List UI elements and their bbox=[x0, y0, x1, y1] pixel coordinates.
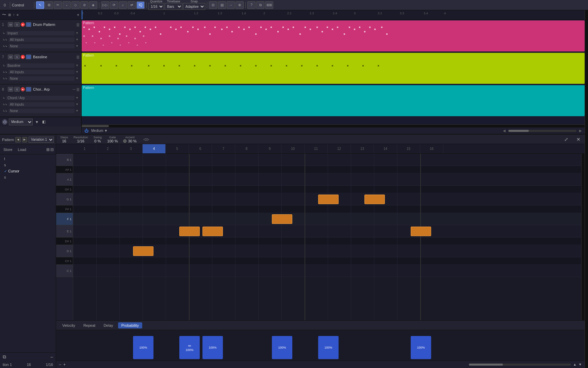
accent-arrow-2[interactable]: ▷ bbox=[147, 137, 149, 141]
accent-arrow-1[interactable]: ◁ bbox=[143, 137, 146, 141]
note-fs1-step11[interactable] bbox=[318, 195, 339, 204]
track-3-rec-btn[interactable]: ● bbox=[21, 87, 25, 91]
piano-h-scrollbar-track[interactable] bbox=[469, 364, 571, 366]
zoom-btn[interactable]: ⌕ bbox=[119, 1, 127, 9]
track-1-input-dd[interactable]: ▼ bbox=[76, 38, 79, 41]
window-btn[interactable]: ⧉ bbox=[256, 1, 264, 9]
prob-block-step9[interactable]: 100% bbox=[272, 336, 292, 359]
option-t[interactable]: t bbox=[0, 156, 56, 162]
key-Ds1[interactable]: D# 1 bbox=[56, 237, 73, 245]
option-s[interactable]: s bbox=[0, 162, 56, 168]
step-grid[interactable] bbox=[73, 154, 585, 320]
track-1-midi-btn[interactable]: □ bbox=[26, 22, 31, 27]
delay-tab[interactable]: Delay bbox=[100, 322, 116, 328]
arrangement-h-scroll-thumb[interactable] bbox=[82, 125, 109, 127]
prob-block-step15[interactable]: 100% bbox=[411, 336, 431, 359]
compact-btn[interactable]: ◧ bbox=[41, 120, 47, 124]
pencil-tool-btn[interactable]: ✏ bbox=[54, 1, 62, 9]
pattern-block-3[interactable]: Pattern bbox=[82, 85, 585, 116]
accent-value[interactable]: 30 % bbox=[128, 139, 136, 143]
scroll-right-arr[interactable]: ▶ bbox=[579, 129, 582, 133]
prob-block-step11[interactable]: 100% bbox=[318, 336, 339, 359]
arrow-right-btn[interactable]: → bbox=[227, 1, 235, 9]
track-3-solo-btn[interactable]: S bbox=[14, 87, 20, 92]
snap-btn[interactable]: ⊟ bbox=[209, 1, 217, 9]
store-btn[interactable]: Store bbox=[2, 147, 14, 152]
note-e1-step5[interactable] bbox=[179, 227, 200, 236]
minus-btn[interactable]: − bbox=[50, 354, 53, 360]
prob-block-step5[interactable]: ✏ 100% bbox=[179, 336, 200, 359]
close-btn[interactable]: ✕ bbox=[576, 137, 581, 142]
mute-tool-btn[interactable]: ⊘ bbox=[80, 1, 88, 9]
piano-h-scrollbar-thumb[interactable] bbox=[469, 364, 503, 366]
quantize-select[interactable]: 1/161/81/4 bbox=[148, 3, 164, 10]
pattern-prev-btn[interactable]: ◀ bbox=[15, 137, 20, 142]
layout-btn[interactable]: ⊞⊞ bbox=[265, 1, 273, 9]
pattern-block-1[interactable]: Pattern bbox=[82, 20, 585, 51]
copy-icon[interactable]: ⧉ bbox=[3, 354, 6, 360]
resize-tool-btn[interactable]: ⊞ bbox=[45, 1, 53, 9]
key-B1[interactable]: B 1 bbox=[56, 154, 73, 166]
key-Gs1[interactable]: G# 1 bbox=[56, 186, 73, 193]
track-2-rec-btn[interactable]: ● bbox=[21, 55, 25, 59]
resolution-value[interactable]: 1/16 bbox=[77, 139, 84, 143]
pattern-block-2[interactable]: Pattern bbox=[82, 53, 585, 84]
piano-right-scrollbar[interactable] bbox=[585, 135, 588, 368]
loop-btn[interactable]: ⟳ bbox=[110, 1, 118, 9]
key-Cs1[interactable]: C# 1 bbox=[56, 257, 73, 265]
tempo-select[interactable]: MediumFastSlow bbox=[9, 119, 33, 125]
piano-v-scrollbar[interactable] bbox=[581, 154, 585, 320]
track-1-output-dd[interactable]: ▼ bbox=[76, 44, 79, 48]
key-As1[interactable]: A# 1 bbox=[56, 166, 73, 173]
track-1-instrument-dd[interactable]: ▼ bbox=[76, 31, 79, 35]
zoom-plus-btn[interactable]: + bbox=[63, 362, 66, 367]
steps-value[interactable]: 16 bbox=[62, 139, 66, 143]
option-cursor[interactable]: ✓ Cursor bbox=[0, 168, 56, 174]
key-D1[interactable]: D 1 bbox=[56, 245, 73, 257]
help-btn[interactable]: ? bbox=[247, 1, 256, 9]
key-G1[interactable]: G 1 bbox=[56, 193, 73, 205]
key-A1[interactable]: A 1 bbox=[56, 173, 73, 186]
key-E1[interactable]: E 1 bbox=[56, 225, 73, 237]
iq-btn[interactable]: IQ bbox=[136, 1, 145, 9]
arrangement-v-scrollbar[interactable] bbox=[585, 10, 588, 134]
v-scroll-down-btn[interactable]: ▼ bbox=[578, 363, 582, 366]
probability-tab[interactable]: Probability bbox=[118, 322, 142, 328]
track-2-midi-btn[interactable]: □ bbox=[26, 55, 31, 59]
zoom-minus-btn[interactable]: − bbox=[59, 362, 61, 367]
listen-tool-btn[interactable]: ◈ bbox=[89, 1, 97, 9]
track-2-input-dd[interactable]: ▼ bbox=[76, 70, 79, 74]
power-btn[interactable]: ⏻ bbox=[2, 119, 7, 125]
gate-value[interactable]: 100 % bbox=[107, 139, 118, 143]
timebase-select[interactable]: BarsBeats bbox=[165, 3, 182, 10]
note-e1-step6[interactable] bbox=[202, 227, 223, 236]
play-btn[interactable]: ▷▷ bbox=[101, 1, 109, 9]
pattern-next-btn[interactable]: ▶ bbox=[22, 137, 27, 142]
track-3-input-dd[interactable]: ▼ bbox=[76, 103, 79, 106]
option-s2[interactable]: s bbox=[0, 174, 56, 180]
note-f1-step9[interactable] bbox=[272, 214, 292, 224]
swing-value[interactable]: 0 % bbox=[94, 139, 101, 143]
prob-block-step3[interactable]: 100% bbox=[133, 336, 153, 359]
velocity-tab[interactable]: Velocity bbox=[59, 322, 79, 328]
split-btn[interactable]: ⊕ bbox=[235, 1, 244, 9]
track-2-mute-btn[interactable]: M bbox=[8, 55, 13, 59]
track-3-mute-btn[interactable]: M bbox=[8, 87, 13, 92]
track-2-instrument-dd[interactable]: ▼ bbox=[76, 64, 79, 67]
route-btn[interactable]: ⇌ bbox=[128, 1, 136, 9]
track-1-mute-btn[interactable]: M bbox=[8, 22, 13, 27]
v-scroll-up-btn[interactable]: ▲ bbox=[573, 363, 576, 366]
expand-btn[interactable]: ⤢ bbox=[564, 137, 568, 142]
key-F1[interactable]: F 1 bbox=[56, 213, 73, 225]
track-3-instrument-dd[interactable]: ▼ bbox=[76, 96, 79, 99]
note-g1-step13[interactable] bbox=[364, 195, 385, 204]
track-3-midi-btn[interactable]: □ bbox=[26, 87, 31, 92]
loop-region-btn[interactable]: ▤ bbox=[218, 1, 226, 9]
tempo-dd-icon[interactable]: ▼ bbox=[34, 120, 40, 124]
h-scrollbar-thumb[interactable] bbox=[508, 130, 529, 132]
grid-view-btn[interactable]: ⊞ bbox=[46, 147, 50, 152]
variation-select[interactable]: Variation 1Variation 2 bbox=[29, 137, 54, 143]
add-track-btn[interactable]: + bbox=[77, 13, 79, 17]
load-btn[interactable]: Load bbox=[16, 147, 27, 152]
eraser-tool-btn[interactable]: ◇ bbox=[71, 1, 80, 9]
